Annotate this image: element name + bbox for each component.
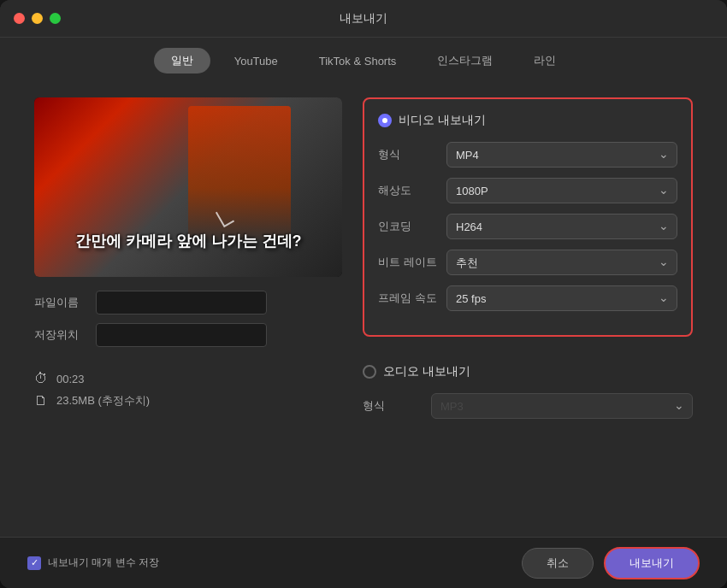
save-settings-label: 내보내기 매개 변수 저장 — [48, 556, 159, 570]
encoding-select-wrapper: H264 — [446, 214, 677, 239]
filename-row: 파일이름 — [34, 291, 342, 315]
tab-general[interactable]: 일반 — [154, 48, 210, 74]
location-label: 저장위치 — [34, 327, 86, 343]
encoding-row: 인코딩 H264 — [378, 214, 677, 239]
export-button[interactable]: 내보내기 — [604, 547, 700, 579]
save-settings-checkbox[interactable]: ✓ — [27, 556, 41, 570]
filename-input[interactable] — [96, 291, 267, 315]
audio-format-row: 형식 MP3 — [363, 393, 693, 419]
main-content: 간만에 카메라 앞에 나가는 건데? 파일이름 저장위치 ⏱ — [0, 84, 727, 537]
bitrate-label: 비트 레이트 — [378, 255, 446, 270]
resolution-select[interactable]: 1080P — [446, 178, 677, 203]
audio-export-section: 오디오 내보내기 형식 MP3 — [363, 350, 693, 432]
format-select-wrapper: MP4 — [446, 142, 677, 168]
footer-left: ✓ 내보내기 매개 변수 저장 — [27, 556, 159, 570]
tab-instagram[interactable]: 인스타그램 — [420, 48, 510, 74]
file-icon: 🗋 — [34, 393, 48, 409]
format-select[interactable]: MP4 — [446, 142, 677, 168]
video-radio-button[interactable] — [378, 114, 392, 127]
stats-section: ⏱ 00:23 🗋 23.5MB (추정수치) — [34, 371, 342, 409]
video-background: 간만에 카메라 앞에 나가는 건데? — [34, 97, 342, 277]
format-row: 형식 MP4 — [378, 142, 677, 168]
tab-youtube[interactable]: YouTube — [217, 50, 295, 73]
location-row: 저장위치 — [34, 323, 342, 347]
audio-export-title: 오디오 내보내기 — [363, 364, 693, 379]
bitrate-row: 비트 레이트 추천 — [378, 250, 677, 275]
audio-format-label: 형식 — [363, 398, 431, 414]
video-export-title: 비디오 내보내기 — [378, 113, 677, 128]
audio-export-label: 오디오 내보내기 — [383, 364, 470, 379]
footer: ✓ 내보내기 매개 변수 저장 취소 내보내기 — [0, 537, 727, 588]
duration-value: 00:23 — [56, 373, 85, 385]
footer-right: 취소 내보내기 — [522, 547, 700, 579]
bitrate-select-wrapper: 추천 — [446, 250, 677, 275]
encoding-label: 인코딩 — [378, 219, 446, 234]
checkmark-icon: ✓ — [31, 557, 38, 568]
file-info: 파일이름 저장위치 — [34, 291, 342, 347]
framerate-select-wrapper: 25 fps — [446, 285, 677, 311]
radio-dot-inner — [382, 118, 387, 123]
traffic-lights — [14, 13, 61, 24]
duration-row: ⏱ 00:23 — [34, 371, 342, 386]
filesize-row: 🗋 23.5MB (추정수치) — [34, 393, 342, 409]
filename-label: 파일이름 — [34, 295, 86, 310]
resolution-select-wrapper: 1080P — [446, 178, 677, 203]
framerate-label: 프레임 속도 — [378, 291, 446, 306]
resolution-label: 해상도 — [378, 183, 446, 198]
encoding-select[interactable]: H264 — [446, 214, 677, 239]
maximize-button[interactable] — [50, 13, 61, 24]
filesize-value: 23.5MB (추정수치) — [56, 393, 150, 409]
audio-format-select[interactable]: MP3 — [431, 393, 693, 419]
framerate-select[interactable]: 25 fps — [446, 285, 677, 311]
video-export-section: 비디오 내보내기 형식 MP4 해상도 1080P — [363, 97, 693, 337]
format-label: 형식 — [378, 147, 446, 162]
tab-line[interactable]: 라인 — [517, 48, 573, 74]
close-button[interactable] — [14, 13, 25, 24]
left-panel: 간만에 카메라 앞에 나가는 건데? 파일이름 저장위치 ⏱ — [34, 97, 342, 523]
video-export-label: 비디오 내보내기 — [399, 113, 486, 128]
tabs-bar: 일반 YouTube TikTok & Shorts 인스타그램 라인 — [0, 38, 727, 84]
resolution-row: 해상도 1080P — [378, 178, 677, 203]
right-panel: 비디오 내보내기 형식 MP4 해상도 1080P — [363, 97, 693, 523]
minimize-button[interactable] — [32, 13, 43, 24]
main-window: 내보내기 일반 YouTube TikTok & Shorts 인스타그램 라인… — [0, 0, 727, 588]
tab-tiktok[interactable]: TikTok & Shorts — [302, 50, 414, 73]
window-title: 내보내기 — [340, 11, 387, 26]
audio-format-select-wrapper: MP3 — [431, 393, 693, 419]
clock-icon: ⏱ — [34, 371, 48, 386]
location-input[interactable] — [96, 323, 267, 347]
video-figure — [188, 106, 291, 243]
video-preview: 간만에 카메라 앞에 나가는 건데? — [34, 97, 342, 277]
video-subtitle: 간만에 카메라 앞에 나가는 건데? — [34, 231, 342, 251]
framerate-row: 프레임 속도 25 fps — [378, 285, 677, 311]
bitrate-select[interactable]: 추천 — [446, 250, 677, 275]
titlebar: 내보내기 — [0, 0, 727, 38]
cancel-button[interactable]: 취소 — [522, 548, 594, 579]
audio-radio-button[interactable] — [363, 365, 376, 379]
